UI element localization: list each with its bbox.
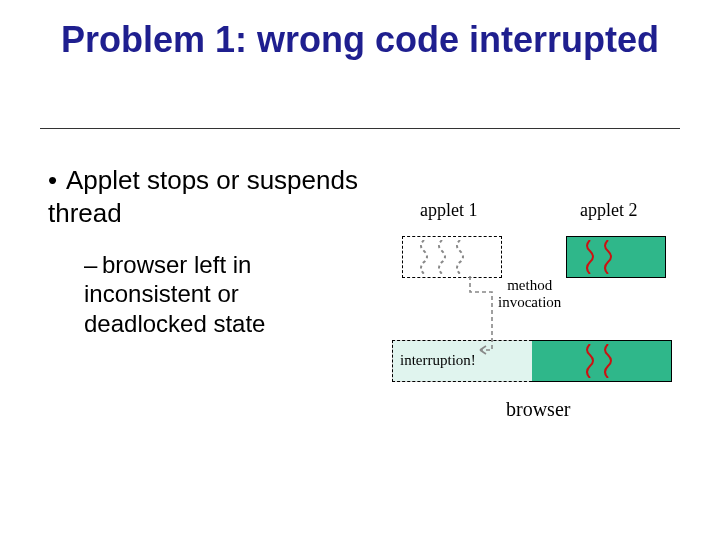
applet1-box	[402, 236, 502, 278]
bullet-dash: –	[84, 250, 102, 279]
slide: Problem 1: wrong code interrupted •Apple…	[0, 0, 720, 540]
bullet-sub: –browser left in inconsistent or deadloc…	[84, 250, 364, 338]
applet2-label: applet 2	[580, 200, 637, 221]
slide-title: Problem 1: wrong code interrupted	[0, 18, 720, 61]
interruption-label: interruption!	[400, 352, 476, 369]
method-invocation-label: method invocation	[498, 277, 561, 310]
bullet-sub-text: browser left in inconsistent or deadlock…	[84, 251, 265, 337]
applet2-box	[566, 236, 666, 278]
diagram: applet 1 applet 2	[370, 180, 700, 440]
bullet-main: •Applet stops or suspends thread	[48, 164, 378, 229]
bullet-dot: •	[48, 164, 66, 197]
title-underline	[40, 128, 680, 129]
bullet-main-text: Applet stops or suspends thread	[48, 165, 358, 228]
browser-label: browser	[506, 398, 570, 421]
applet1-label: applet 1	[420, 200, 477, 221]
